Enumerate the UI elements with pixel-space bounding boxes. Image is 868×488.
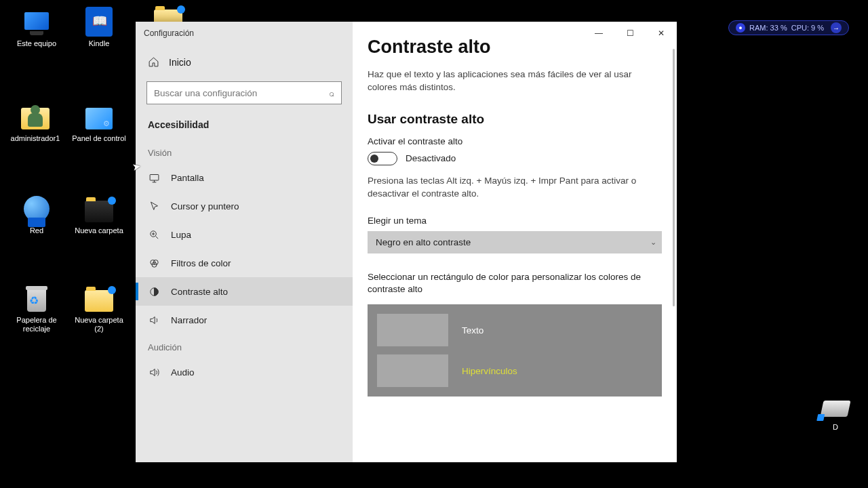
sidebar-home[interactable]: Inicio xyxy=(136,44,353,77)
desktop-icon-papelera[interactable]: ♻ Papelera de reciclaje xyxy=(8,283,65,333)
theme-label: Elegir un tema xyxy=(368,216,662,226)
home-label: Inicio xyxy=(169,57,191,68)
nav-label: Cursor y puntero xyxy=(171,201,239,211)
high-contrast-toggle[interactable] xyxy=(368,152,397,165)
custom-colors-label: Seleccionar un rectángulo de color para … xyxy=(368,271,659,297)
icon-label: Este equipo xyxy=(8,39,65,48)
nav-label: Lupa xyxy=(171,230,191,240)
search-input[interactable] xyxy=(154,88,329,98)
search-box[interactable]: ⌕ xyxy=(146,81,342,104)
color-swatch-texto[interactable] xyxy=(377,314,448,346)
section-header: Usar contraste alto xyxy=(368,112,662,127)
icon-label: Nueva carpeta (2) xyxy=(71,316,127,333)
disk-icon xyxy=(820,401,850,417)
nav-label: Pantalla xyxy=(171,173,204,183)
nav-item-pantalla[interactable]: Pantalla xyxy=(136,163,353,192)
scrollbar[interactable] xyxy=(673,49,675,306)
taskbar[interactable] xyxy=(0,468,868,488)
settings-sidebar: Configuración Inicio ⌕ Accesibilidad Vis… xyxy=(136,22,353,462)
ram-label: RAM: 33 % xyxy=(749,24,787,32)
desktop-icon-red[interactable]: Red xyxy=(8,194,65,235)
minimize-button[interactable]: — xyxy=(583,22,614,44)
nav-item-narrador[interactable]: Narrador xyxy=(136,306,353,334)
close-button[interactable]: ✕ xyxy=(646,22,677,44)
desktop-icon-drive-d[interactable]: D xyxy=(807,390,864,432)
home-icon xyxy=(148,56,159,68)
settings-content: — ☐ ✕ Contraste alto Haz que el texto y … xyxy=(353,22,677,462)
color-filter-icon xyxy=(148,257,160,269)
toggle-row: Desactivado xyxy=(368,152,662,165)
display-icon xyxy=(148,171,160,184)
audio-icon xyxy=(148,366,160,378)
window-controls: — ☐ ✕ xyxy=(583,22,677,44)
page-description: Haz que el texto y las aplicaciones sea … xyxy=(368,68,659,94)
mic-icon: ● xyxy=(736,23,745,33)
desktop-icon-nueva-carpeta[interactable]: Nueva carpeta xyxy=(71,194,127,235)
nav-item-contraste-alto[interactable]: Contraste alto xyxy=(136,277,353,306)
icon-label: Nueva carpeta xyxy=(71,226,127,235)
nav-label: Narrador xyxy=(171,315,207,325)
icon-label: Panel de control xyxy=(71,134,127,143)
theme-dropdown[interactable]: Negro en alto contraste xyxy=(368,231,662,253)
color-swatch-hipervinculos[interactable] xyxy=(377,354,448,387)
icon-label: administrador1 xyxy=(7,134,64,143)
nav-item-audio[interactable]: Audio xyxy=(136,358,353,386)
magnifier-icon xyxy=(148,228,160,241)
desktop-icon-kindle[interactable]: Kindle xyxy=(71,7,127,48)
toggle-state-label: Desactivado xyxy=(406,153,456,163)
group-label-audicion: Audición xyxy=(136,334,353,358)
cursor-icon xyxy=(148,200,160,212)
resource-monitor-widget[interactable]: ● RAM: 33 % CPU: 9 % → xyxy=(728,20,849,35)
settings-window: Configuración Inicio ⌕ Accesibilidad Vis… xyxy=(136,22,677,462)
folder-icon xyxy=(85,290,113,312)
color-label: Texto xyxy=(462,325,484,336)
desktop-icon-nueva-carpeta-2[interactable]: Nueva carpeta (2) xyxy=(71,283,127,333)
nav-item-cursor[interactable]: Cursor y puntero xyxy=(136,192,353,220)
cpu-label: CPU: 9 % xyxy=(791,24,824,32)
desktop-icon-panel-control[interactable]: Panel de control xyxy=(71,102,127,143)
kindle-icon xyxy=(85,7,113,37)
desktop-icon-administrador[interactable]: administrador1 xyxy=(7,102,64,143)
desktop-icon-este-equipo[interactable]: Este equipo xyxy=(8,7,65,48)
group-label-vision: Visión xyxy=(136,140,353,163)
narrator-icon xyxy=(148,314,160,326)
color-row-hipervinculos: Hipervínculos xyxy=(377,354,652,387)
recycle-bin-icon: ♻ xyxy=(24,285,49,312)
category-header: Accesibilidad xyxy=(136,114,353,140)
icon-label: Red xyxy=(8,226,65,235)
icon-label: D xyxy=(807,423,864,432)
icon-label: Papelera de reciclaje xyxy=(8,316,65,333)
shortcut-hint: Presiona las teclas Alt izq. + Mayús izq… xyxy=(368,175,659,201)
computer-icon xyxy=(24,12,49,30)
icon-label: Kindle xyxy=(71,39,127,48)
nav-label: Contraste alto xyxy=(171,287,228,297)
nav-item-filtros[interactable]: Filtros de color xyxy=(136,249,353,277)
user-folder-icon xyxy=(21,104,50,129)
control-panel-icon xyxy=(85,108,113,129)
color-label: Hipervínculos xyxy=(462,366,517,376)
color-row-texto: Texto xyxy=(377,314,652,346)
color-panel: Texto Hipervínculos xyxy=(368,304,662,396)
search-icon: ⌕ xyxy=(329,88,334,98)
folder-icon xyxy=(85,201,113,222)
nav-label: Filtros de color xyxy=(171,258,231,268)
window-title: Configuración xyxy=(136,22,353,44)
theme-value: Negro en alto contraste xyxy=(376,237,471,247)
maximize-button[interactable]: ☐ xyxy=(614,22,646,44)
desktop: Este equipo Kindle administrador1 Panel … xyxy=(0,0,868,488)
nav-item-lupa[interactable]: Lupa xyxy=(136,220,353,249)
arrow-right-icon[interactable]: → xyxy=(831,22,842,33)
network-icon xyxy=(24,196,50,222)
svg-rect-0 xyxy=(150,174,159,180)
toggle-title: Activar el contraste alto xyxy=(368,136,662,146)
nav-label: Audio xyxy=(171,367,195,378)
contrast-icon xyxy=(148,285,160,298)
